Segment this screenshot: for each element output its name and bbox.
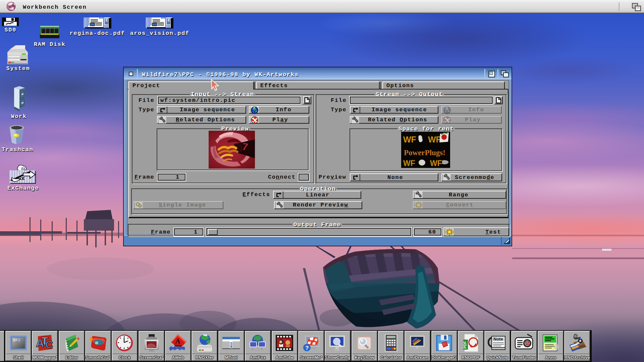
svg-text:PDF: PDF: [463, 341, 467, 349]
svg-text:?: ?: [305, 345, 309, 351]
svg-text:C: C: [45, 339, 53, 351]
svg-text:1>: 1>: [13, 339, 17, 342]
svg-text:Note: Note: [493, 337, 503, 342]
